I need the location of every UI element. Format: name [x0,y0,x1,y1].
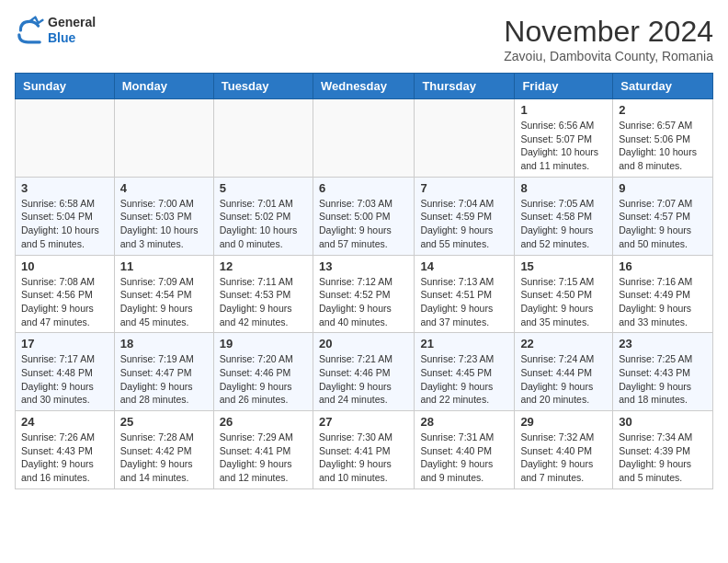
day-number: 25 [120,415,208,429]
calendar-cell [16,99,115,178]
day-number: 20 [319,337,408,350]
day-detail: Sunrise: 6:57 AM Sunset: 5:06 PM Dayligh… [619,119,707,173]
calendar-cell [415,99,515,178]
day-number: 17 [21,337,108,350]
calendar-body: 1Sunrise: 6:56 AM Sunset: 5:07 PM Daylig… [16,99,713,489]
weekday-header-sunday: Sunday [16,74,115,99]
location: Zavoiu, Dambovita County, Romania [504,49,713,63]
day-number: 19 [220,337,307,350]
day-detail: Sunrise: 7:32 AM Sunset: 4:40 PM Dayligh… [520,431,607,485]
day-detail: Sunrise: 7:09 AM Sunset: 4:54 PM Dayligh… [120,275,208,329]
logo-text: General Blue [48,15,96,46]
calendar-cell: 20Sunrise: 7:21 AM Sunset: 4:46 PM Dayli… [313,333,414,411]
calendar-cell: 15Sunrise: 7:15 AM Sunset: 4:50 PM Dayli… [515,255,613,333]
calendar-cell [313,99,414,178]
calendar-cell: 29Sunrise: 7:32 AM Sunset: 4:40 PM Dayli… [515,411,613,489]
calendar-week-row: 3Sunrise: 6:58 AM Sunset: 5:04 PM Daylig… [16,177,713,255]
day-detail: Sunrise: 7:21 AM Sunset: 4:46 PM Dayligh… [319,352,408,407]
calendar-cell: 13Sunrise: 7:12 AM Sunset: 4:52 PM Dayli… [313,255,414,333]
calendar-cell: 30Sunrise: 7:34 AM Sunset: 4:39 PM Dayli… [613,411,713,489]
calendar-cell: 26Sunrise: 7:29 AM Sunset: 4:41 PM Dayli… [213,411,313,489]
calendar-cell: 25Sunrise: 7:28 AM Sunset: 4:42 PM Dayli… [114,411,213,489]
weekday-header-thursday: Thursday [415,74,515,99]
day-number: 23 [619,337,707,350]
day-number: 22 [520,337,607,350]
calendar-cell: 4Sunrise: 7:00 AM Sunset: 5:03 PM Daylig… [114,177,213,255]
page-header: General Blue November 2024 Zavoiu, Dambo… [15,15,713,63]
day-number: 2 [619,103,707,117]
day-detail: Sunrise: 7:20 AM Sunset: 4:46 PM Dayligh… [220,352,307,407]
calendar-cell: 7Sunrise: 7:04 AM Sunset: 4:59 PM Daylig… [415,177,515,255]
day-number: 27 [319,415,408,429]
logo-icon [15,16,44,45]
calendar-cell: 17Sunrise: 7:17 AM Sunset: 4:48 PM Dayli… [16,333,115,411]
weekday-header-saturday: Saturday [613,74,713,99]
day-number: 24 [21,415,108,429]
calendar-cell: 6Sunrise: 7:03 AM Sunset: 5:00 PM Daylig… [313,177,414,255]
day-detail: Sunrise: 7:12 AM Sunset: 4:52 PM Dayligh… [319,275,408,329]
calendar-cell: 14Sunrise: 7:13 AM Sunset: 4:51 PM Dayli… [415,255,515,333]
calendar-cell: 23Sunrise: 7:25 AM Sunset: 4:43 PM Dayli… [613,333,713,411]
day-number: 7 [420,181,508,195]
day-number: 15 [520,259,607,273]
calendar-week-row: 10Sunrise: 7:08 AM Sunset: 4:56 PM Dayli… [16,255,713,333]
calendar-cell: 22Sunrise: 7:24 AM Sunset: 4:44 PM Dayli… [515,333,613,411]
calendar-week-row: 17Sunrise: 7:17 AM Sunset: 4:48 PM Dayli… [16,333,713,411]
day-number: 14 [420,259,508,273]
day-number: 29 [520,415,607,429]
calendar-cell: 8Sunrise: 7:05 AM Sunset: 4:58 PM Daylig… [515,177,613,255]
day-detail: Sunrise: 7:15 AM Sunset: 4:50 PM Dayligh… [520,275,607,329]
day-detail: Sunrise: 7:11 AM Sunset: 4:53 PM Dayligh… [220,275,307,329]
calendar-header-row: SundayMondayTuesdayWednesdayThursdayFrid… [16,74,713,99]
day-number: 4 [120,181,208,195]
day-detail: Sunrise: 7:01 AM Sunset: 5:02 PM Dayligh… [220,197,307,251]
weekday-header-monday: Monday [114,74,213,99]
day-detail: Sunrise: 7:07 AM Sunset: 4:57 PM Dayligh… [619,197,707,251]
day-number: 18 [120,337,208,350]
day-detail: Sunrise: 7:19 AM Sunset: 4:47 PM Dayligh… [120,352,208,407]
calendar-cell: 9Sunrise: 7:07 AM Sunset: 4:57 PM Daylig… [613,177,713,255]
logo: General Blue [15,15,96,46]
calendar-cell: 11Sunrise: 7:09 AM Sunset: 4:54 PM Dayli… [114,255,213,333]
day-number: 9 [619,181,707,195]
calendar-cell: 3Sunrise: 6:58 AM Sunset: 5:04 PM Daylig… [16,177,115,255]
calendar-cell: 2Sunrise: 6:57 AM Sunset: 5:06 PM Daylig… [613,99,713,178]
day-number: 30 [619,415,707,429]
calendar-table: SundayMondayTuesdayWednesdayThursdayFrid… [15,73,713,489]
day-number: 28 [420,415,508,429]
day-number: 6 [319,181,408,195]
calendar-cell: 16Sunrise: 7:16 AM Sunset: 4:49 PM Dayli… [613,255,713,333]
calendar-cell: 1Sunrise: 6:56 AM Sunset: 5:07 PM Daylig… [515,99,613,178]
day-detail: Sunrise: 7:08 AM Sunset: 4:56 PM Dayligh… [21,275,108,329]
calendar-cell: 18Sunrise: 7:19 AM Sunset: 4:47 PM Dayli… [114,333,213,411]
month-title: November 2024 [504,15,713,49]
day-number: 11 [120,259,208,273]
day-detail: Sunrise: 7:17 AM Sunset: 4:48 PM Dayligh… [21,352,108,407]
day-number: 12 [220,259,307,273]
weekday-header-tuesday: Tuesday [213,74,313,99]
day-detail: Sunrise: 7:00 AM Sunset: 5:03 PM Dayligh… [120,197,208,251]
day-detail: Sunrise: 7:30 AM Sunset: 4:41 PM Dayligh… [319,431,408,485]
calendar-cell [114,99,213,178]
day-detail: Sunrise: 7:13 AM Sunset: 4:51 PM Dayligh… [420,275,508,329]
calendar-cell: 12Sunrise: 7:11 AM Sunset: 4:53 PM Dayli… [213,255,313,333]
weekday-header-wednesday: Wednesday [313,74,414,99]
day-number: 21 [420,337,508,350]
day-number: 13 [319,259,408,273]
calendar-week-row: 24Sunrise: 7:26 AM Sunset: 4:43 PM Dayli… [16,411,713,489]
day-number: 8 [520,181,607,195]
day-detail: Sunrise: 7:29 AM Sunset: 4:41 PM Dayligh… [220,431,307,485]
calendar-cell: 10Sunrise: 7:08 AM Sunset: 4:56 PM Dayli… [16,255,115,333]
day-detail: Sunrise: 7:34 AM Sunset: 4:39 PM Dayligh… [619,431,707,485]
calendar-cell: 24Sunrise: 7:26 AM Sunset: 4:43 PM Dayli… [16,411,115,489]
day-detail: Sunrise: 7:26 AM Sunset: 4:43 PM Dayligh… [21,431,108,485]
title-block: November 2024 Zavoiu, Dambovita County, … [504,15,713,63]
day-number: 26 [220,415,307,429]
calendar-cell: 19Sunrise: 7:20 AM Sunset: 4:46 PM Dayli… [213,333,313,411]
day-detail: Sunrise: 7:31 AM Sunset: 4:40 PM Dayligh… [420,431,508,485]
day-detail: Sunrise: 7:24 AM Sunset: 4:44 PM Dayligh… [520,352,607,407]
day-detail: Sunrise: 6:58 AM Sunset: 5:04 PM Dayligh… [21,197,108,251]
day-detail: Sunrise: 7:05 AM Sunset: 4:58 PM Dayligh… [520,197,607,251]
day-number: 16 [619,259,707,273]
calendar-cell: 5Sunrise: 7:01 AM Sunset: 5:02 PM Daylig… [213,177,313,255]
